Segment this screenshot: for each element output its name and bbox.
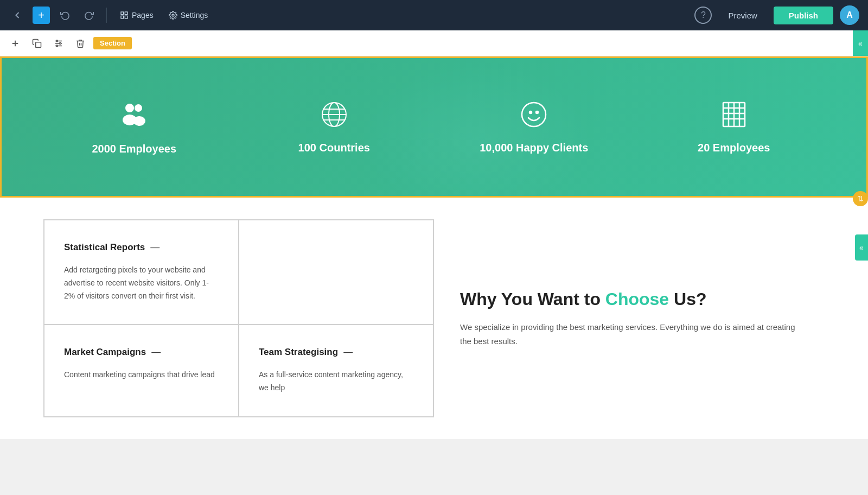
stat-label-employees: 2000 Employees [92, 143, 176, 155]
stats-section-wrapper: 2000 Employees 100 Countries [0, 56, 868, 198]
card-empty [239, 220, 433, 325]
stats-grid: 2000 Employees 100 Countries [2, 78, 866, 177]
top-navigation: + Pages Settings ? Preview Publish A [0, 0, 868, 30]
stat-item-offices: 20 Employees [634, 100, 834, 154]
section-resize-handle[interactable]: ⇅ [853, 191, 868, 206]
card-text-statistical: Add retargeting pixels to your website a… [64, 264, 219, 302]
right-panel-handle[interactable]: « [855, 234, 868, 261]
avatar: A [840, 5, 859, 25]
nav-divider [106, 8, 107, 23]
svg-rect-2 [121, 16, 124, 18]
add-element-button[interactable] [7, 35, 24, 52]
delete-section-button[interactable] [72, 35, 89, 52]
cards-grid: Statistical Reports — Add retargeting pi… [43, 219, 434, 417]
card-text-team: As a full-service content marketing agen… [259, 369, 413, 395]
section-toolbar: Section « [0, 30, 868, 56]
svg-rect-7 [36, 42, 41, 47]
stat-item-employees: 2000 Employees [34, 99, 234, 155]
svg-point-14 [125, 104, 134, 112]
back-button[interactable] [9, 7, 26, 24]
stat-item-countries: 100 Countries [234, 100, 435, 154]
countries-icon [320, 100, 348, 133]
svg-rect-3 [125, 16, 127, 18]
collapse-panel-button[interactable]: « [853, 30, 868, 56]
card-title-market: Market Campaigns — [64, 347, 219, 358]
svg-point-23 [522, 103, 546, 126]
content-area: Statistical Reports — Add retargeting pi… [0, 198, 868, 439]
redo-button[interactable] [80, 7, 98, 24]
section-label: Section [93, 37, 132, 49]
svg-point-25 [536, 111, 538, 113]
card-market-campaigns: Market Campaigns — Content marketing cam… [44, 325, 239, 417]
add-button[interactable]: + [33, 7, 50, 24]
stat-label-offices: 20 Employees [698, 142, 770, 154]
stat-label-clients: 10,000 Happy Clients [480, 142, 588, 154]
svg-rect-1 [125, 12, 127, 15]
card-team-strategising: Team Strategising — As a full-service co… [239, 325, 433, 417]
publish-button[interactable]: Publish [774, 7, 833, 24]
card-title-team: Team Strategising — [259, 347, 413, 358]
duplicate-button[interactable] [28, 35, 46, 52]
stats-section: 2000 Employees 100 Countries [0, 56, 868, 198]
choose-title: Why You Want to Choose Us? [460, 289, 799, 309]
offices-icon [721, 100, 747, 133]
settings-button[interactable]: Settings [164, 9, 213, 22]
stat-label-countries: 100 Countries [298, 142, 370, 154]
pages-button[interactable]: Pages [116, 9, 158, 22]
svg-point-11 [56, 40, 58, 42]
employees-icon [119, 99, 149, 134]
clients-icon [520, 100, 548, 133]
card-text-market: Content marketing campaigns that drive l… [64, 369, 219, 382]
stat-item-clients: 10,000 Happy Clients [434, 100, 634, 154]
widget-settings-button[interactable] [50, 35, 67, 52]
choose-text: We specialize in providing the best mark… [460, 320, 799, 348]
undo-button[interactable] [56, 7, 74, 24]
svg-point-4 [172, 14, 174, 16]
svg-rect-0 [121, 12, 124, 15]
preview-button[interactable]: Preview [718, 8, 767, 23]
right-side-why-choose: Why You Want to Choose Us? We specialize… [434, 219, 825, 417]
svg-point-15 [135, 104, 142, 112]
card-title-statistical: Statistical Reports — [64, 242, 219, 253]
svg-point-12 [60, 42, 61, 44]
card-statistical-reports: Statistical Reports — Add retargeting pi… [44, 220, 239, 325]
help-button[interactable]: ? [694, 7, 712, 24]
svg-point-13 [56, 45, 58, 47]
svg-point-24 [529, 111, 532, 113]
svg-point-17 [133, 116, 145, 126]
